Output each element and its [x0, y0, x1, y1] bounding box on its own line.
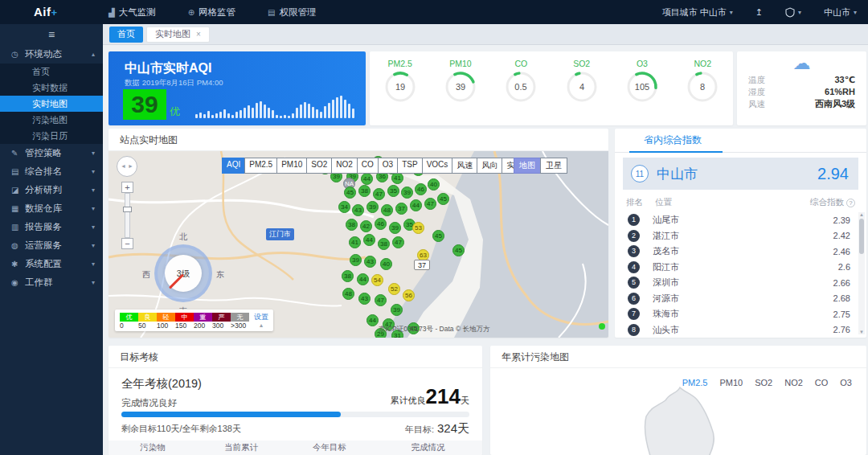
station-marker[interactable]: 44 — [361, 173, 373, 185]
basemap-button-地图[interactable]: 地图 — [514, 158, 541, 174]
project-city-dropdown[interactable]: 项目城市 中山市▾ — [662, 6, 733, 18]
rank-row-汕尾市[interactable]: 1汕尾市2.39 — [615, 212, 857, 228]
station-marker[interactable]: 46 — [375, 218, 387, 230]
legend-settings-link[interactable]: 设置▴ — [254, 313, 268, 330]
station-marker[interactable]: 39 — [389, 222, 401, 234]
station-marker[interactable]: 38 — [358, 185, 371, 197]
station-marker[interactable]: 39 — [366, 201, 379, 213]
sidebar-group-8[interactable]: ◉工作群▾ — [0, 273, 103, 292]
zoom-slider[interactable] — [125, 193, 130, 238]
station-marker[interactable]: 37 — [395, 203, 407, 215]
station-marker[interactable]: 47 — [373, 188, 385, 200]
station-marker[interactable]: 45 — [437, 193, 449, 205]
station-marker[interactable]: 40 — [380, 258, 392, 270]
map-toolbar-button-风向[interactable]: 风向 — [477, 158, 502, 174]
station-dot-marker[interactable] — [599, 323, 605, 330]
rank-row-深圳市[interactable]: 5深圳市2.66 — [615, 275, 857, 291]
zoom-slider-handle[interactable] — [123, 207, 132, 212]
sidebar-group-3[interactable]: ◪分析研判▾ — [0, 181, 103, 199]
rank-row-珠海市[interactable]: 7珠海市2.75 — [615, 306, 857, 322]
station-marker[interactable]: 39 — [350, 254, 362, 266]
map-toolbar-button-PM10[interactable]: PM10 — [276, 158, 307, 174]
station-marker[interactable]: 54 — [371, 274, 383, 286]
user-city-dropdown[interactable]: 中山市▾ — [824, 6, 857, 18]
current-city-row[interactable]: 11 中山市 2.94 — [623, 158, 858, 190]
map-toolbar-button-CO[interactable]: CO — [357, 158, 379, 174]
rank-row-河源市[interactable]: 6河源市2.68 — [615, 291, 857, 307]
sidebar-item-首页[interactable]: 首页 — [0, 64, 103, 80]
tab-实时地图[interactable]: 实时地图× — [146, 27, 210, 43]
tab-首页[interactable]: 首页 — [109, 27, 143, 43]
station-marker[interactable]: 48 — [381, 204, 393, 216]
zoom-in-button[interactable]: + — [121, 182, 133, 193]
station-marker[interactable]: 53 — [412, 222, 424, 234]
station-marker[interactable]: 43 — [358, 293, 371, 305]
sidebar-item-实时地图[interactable]: 实时地图 — [0, 96, 103, 112]
rank-row-湛江市[interactable]: 2湛江市2.42 — [615, 228, 857, 244]
sidebar-item-污染地图[interactable]: 污染地图 — [0, 112, 103, 128]
station-marker[interactable]: 43 — [364, 256, 376, 268]
station-marker[interactable]: 43 — [352, 204, 364, 216]
station-marker[interactable]: 38 — [342, 270, 354, 282]
wind-compass-widget[interactable]: 3级 — [154, 244, 212, 302]
map-pan-control[interactable]: ◄ ► — [117, 156, 137, 177]
station-marker[interactable]: 52 — [388, 283, 400, 295]
basemap-button-卫星[interactable]: 卫星 — [540, 158, 567, 174]
station-marker[interactable]: 34 — [338, 201, 350, 213]
station-marker[interactable]: 39 — [391, 304, 403, 316]
sidebar-group-4[interactable]: ▦数据仓库▾ — [0, 199, 103, 218]
station-marker[interactable]: 38 — [346, 219, 358, 231]
station-marker[interactable]: 42 — [360, 220, 372, 232]
share-icon[interactable]: ↥ — [755, 7, 763, 18]
rank-row-茂名市[interactable]: 3茂名市2.46 — [615, 244, 857, 260]
map-canvas[interactable]: AQIPM2.5PM10SO2NO2COO3TSPVOCs风速风向实时时 地图卫… — [108, 151, 608, 338]
station-marker[interactable]: 40 — [428, 178, 440, 191]
tab-provincial-index[interactable]: 省内综合指数 — [644, 129, 702, 152]
map-toolbar-button-O3[interactable]: O3 — [378, 158, 398, 174]
station-marker[interactable]: 44 — [363, 234, 375, 246]
station-marker[interactable]: 47 — [424, 198, 436, 210]
help-icon[interactable]: ? — [846, 199, 855, 207]
station-marker[interactable]: 47 — [392, 236, 404, 248]
sidebar-group-7[interactable]: ✱系统配置▾ — [0, 255, 103, 273]
nav-item-2[interactable]: ▤权限管理 — [268, 6, 316, 18]
station-marker[interactable]: 37 — [414, 260, 430, 270]
station-marker[interactable]: 45 — [432, 230, 444, 242]
station-marker[interactable]: 45 — [344, 187, 356, 199]
station-marker[interactable]: 41 — [391, 172, 403, 184]
station-marker[interactable]: 39 — [401, 187, 413, 199]
station-marker[interactable]: 47 — [375, 294, 387, 306]
app-logo[interactable]: Aif+ — [34, 0, 58, 24]
station-marker[interactable]: 35 — [387, 185, 399, 197]
station-marker[interactable]: 38 — [378, 238, 390, 250]
station-marker[interactable]: 56 — [403, 289, 415, 301]
map-toolbar-button-TSP[interactable]: TSP — [397, 158, 422, 174]
nav-item-0[interactable]: ▟大气监测 — [108, 6, 156, 18]
station-marker[interactable]: 46 — [415, 183, 427, 195]
station-marker[interactable]: 44 — [366, 314, 379, 326]
map-toolbar-button-NO2[interactable]: NO2 — [331, 158, 358, 174]
hamburger-icon[interactable]: ≡ — [0, 24, 103, 45]
sidebar-group-2[interactable]: ▤综合排名▾ — [0, 162, 103, 181]
shield-dropdown[interactable]: ▾ — [785, 7, 801, 18]
rank-row-阳江市[interactable]: 4阳江市2.6 — [615, 260, 857, 276]
map-toolbar-button-SO2[interactable]: SO2 — [306, 158, 332, 174]
map-toolbar-button-PM2.5[interactable]: PM2.5 — [244, 158, 277, 174]
sidebar-item-实时数据[interactable]: 实时数据 — [0, 80, 103, 96]
station-marker[interactable]: 48 — [342, 288, 354, 300]
rank-scrollbar[interactable]: ▲ ▼ — [858, 212, 865, 334]
sidebar-group-1[interactable]: ✎管控策略▾ — [0, 144, 103, 162]
station-marker[interactable]: 45 — [452, 244, 465, 256]
sidebar-item-污染日历[interactable]: 污染日历 — [0, 128, 103, 144]
station-marker[interactable]: 44 — [357, 273, 369, 285]
close-icon[interactable]: × — [196, 30, 201, 39]
sidebar-group-5[interactable]: ▥报告服务▾ — [0, 218, 103, 236]
rank-scrollbar-thumb[interactable] — [859, 219, 864, 254]
sidebar-group-6[interactable]: ◍运营服务▾ — [0, 236, 103, 255]
zoom-out-button[interactable]: − — [121, 238, 133, 249]
nav-item-1[interactable]: ⊕网格监管 — [188, 6, 235, 18]
rank-row-汕头市[interactable]: 8汕头市2.76 — [615, 322, 857, 338]
station-marker[interactable]: 41 — [349, 236, 361, 248]
map-toolbar-button-风速[interactable]: 风速 — [452, 158, 477, 174]
map-toolbar-button-AQI[interactable]: AQI — [222, 158, 245, 174]
